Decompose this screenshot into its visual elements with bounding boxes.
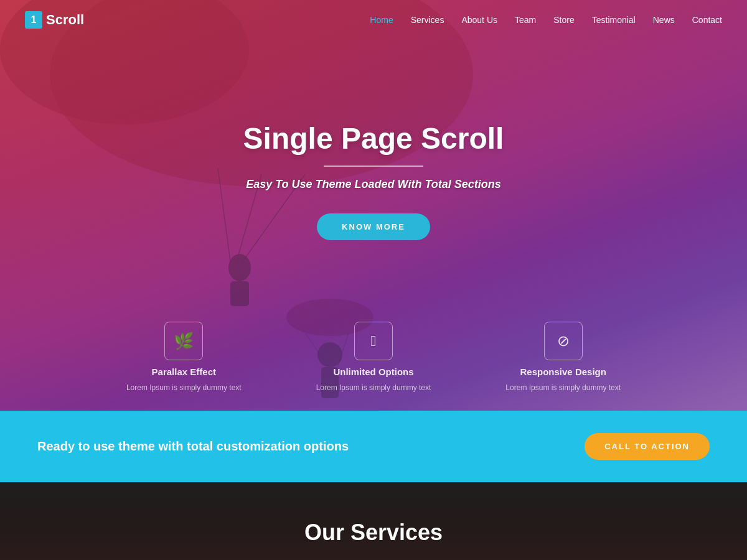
navbar: 1 Scroll Home Services About Us Team Sto…	[0, 0, 747, 40]
services-title: Our Services	[0, 482, 747, 546]
features-row: 🌿 Parallax Effect Lorem Ipsum is simply …	[0, 322, 747, 392]
nav-item-news[interactable]: News	[653, 14, 675, 26]
leaf-icon: 🌿	[174, 332, 194, 351]
services-section: Our Services	[0, 482, 747, 560]
parallax-icon-box: 🌿	[164, 322, 203, 360]
hero-section: Single Page Scroll Easy To Use Theme Loa…	[0, 0, 747, 411]
nav-link-testimonial[interactable]: Testimonial	[592, 15, 636, 25]
nav-item-services[interactable]: Services	[411, 14, 444, 26]
nav-link-news[interactable]: News	[653, 15, 675, 25]
nav-item-store[interactable]: Store	[553, 14, 574, 26]
nav-link-about[interactable]: About Us	[461, 15, 497, 25]
logo[interactable]: 1 Scroll	[25, 11, 84, 29]
hero-title: Single Page Scroll	[243, 121, 504, 156]
nav-item-home[interactable]: Home	[370, 14, 393, 26]
responsive-title: Responsive Design	[520, 366, 606, 377]
feature-card-responsive: ⊘ Responsive Design Lorem Ipsum is simpl…	[505, 322, 621, 392]
feature-card-parallax: 🌿 Parallax Effect Lorem Ipsum is simply …	[126, 322, 242, 392]
know-more-button[interactable]: KNOW MORE	[317, 213, 430, 240]
cta-text: Ready to use theme with total customizat…	[37, 439, 349, 454]
nav-link-services[interactable]: Services	[411, 15, 444, 25]
logo-text: Scroll	[46, 12, 84, 28]
nav-item-team[interactable]: Team	[515, 14, 536, 26]
apple-icon: 	[371, 332, 377, 350]
hero-content: Single Page Scroll Easy To Use Theme Loa…	[231, 121, 517, 240]
cta-band: Ready to use theme with total customizat…	[0, 411, 747, 482]
nav-link-store[interactable]: Store	[553, 15, 574, 25]
unlimited-title: Unlimited Options	[333, 366, 413, 377]
nav-item-contact[interactable]: Contact	[692, 14, 722, 26]
logo-badge: 1	[25, 11, 42, 29]
responsive-icon-box: ⊘	[544, 322, 583, 360]
svg-rect-6	[230, 281, 249, 306]
nav-link-contact[interactable]: Contact	[692, 15, 722, 25]
nav-link-team[interactable]: Team	[515, 15, 536, 25]
unlimited-desc: Lorem Ipsum is simply dummy text	[316, 383, 431, 392]
feature-card-unlimited:  Unlimited Options Lorem Ipsum is simpl…	[316, 322, 431, 392]
hero-subtitle: Easy To Use Theme Loaded With Total Sect…	[243, 178, 504, 191]
cta-button[interactable]: CALL TO ACTION	[585, 433, 710, 460]
hero-divider	[324, 166, 423, 167]
responsive-desc: Lorem Ipsum is simply dummy text	[505, 383, 621, 392]
nav-link-home[interactable]: Home	[370, 15, 393, 25]
nav-item-about[interactable]: About Us	[461, 14, 497, 26]
parallax-title: Parallax Effect	[152, 366, 216, 377]
parallax-desc: Lorem Ipsum is simply dummy text	[126, 383, 242, 392]
responsive-icon: ⊘	[557, 332, 570, 350]
unlimited-icon-box: 	[354, 322, 393, 360]
svg-point-5	[228, 254, 251, 281]
nav-item-testimonial[interactable]: Testimonial	[592, 14, 636, 26]
nav-links: Home Services About Us Team Store Testim…	[370, 14, 722, 26]
